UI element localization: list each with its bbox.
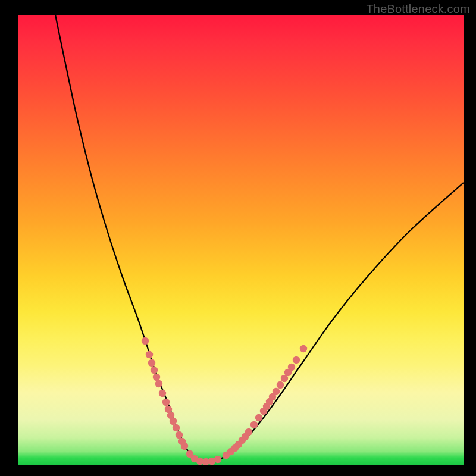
chart-svg	[18, 15, 464, 465]
curve-marker	[181, 443, 188, 450]
plot-area	[18, 15, 464, 465]
curve-marker	[300, 345, 307, 352]
curve-marker	[153, 374, 160, 381]
curve-marker	[151, 367, 158, 374]
bottleneck-curve	[55, 15, 464, 462]
curve-marker	[250, 421, 258, 428]
curve-marker	[159, 390, 166, 397]
curve-marker	[255, 414, 262, 421]
chart-frame: TheBottleneck.com	[0, 0, 476, 476]
curve-marker	[277, 381, 284, 389]
curve-markers	[142, 337, 307, 465]
curve-marker	[148, 359, 155, 367]
curve-marker	[170, 418, 177, 425]
watermark-text: TheBottleneck.com	[366, 2, 470, 16]
curve-marker	[293, 356, 300, 364]
curve-marker	[288, 364, 295, 371]
curve-marker	[173, 424, 180, 431]
curve-marker	[245, 428, 252, 436]
curve-marker	[176, 431, 183, 439]
curve-marker	[162, 399, 170, 406]
curve-marker	[273, 388, 280, 395]
curve-marker	[214, 456, 221, 463]
curve-marker	[142, 337, 149, 345]
curve-marker	[146, 351, 153, 358]
curve-marker	[155, 380, 162, 387]
